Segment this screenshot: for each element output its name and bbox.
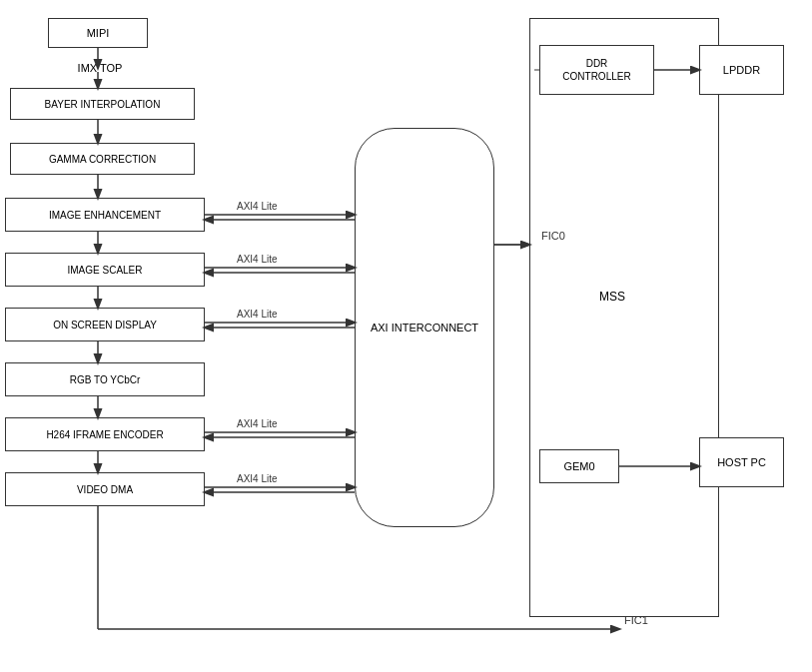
image-enhancement-block: IMAGE ENHANCEMENT xyxy=(5,198,205,232)
video-dma-block: VIDEO DMA xyxy=(5,472,205,506)
gem0-block: GEM0 xyxy=(539,449,619,483)
mipi-block: MIPI xyxy=(48,18,148,48)
diagram: MIPI IMX TOP BAYER INTERPOLATION GAMMA C… xyxy=(0,0,812,672)
image-scaler-block: IMAGE SCALER xyxy=(5,253,205,287)
imx-top-label: IMX TOP xyxy=(20,62,180,74)
axi4-label-4: AXI4 Lite xyxy=(237,418,278,429)
axi4-label-5: AXI4 Lite xyxy=(237,473,278,484)
on-screen-display-block: ON SCREEN DISPLAY xyxy=(5,308,205,341)
h264-block: H264 IFRAME ENCODER xyxy=(5,417,205,451)
lpddr-block: LPDDR xyxy=(699,45,784,95)
axi4-label-1: AXI4 Lite xyxy=(237,201,278,212)
axi-interconnect-block: AXI INTERCONNECT xyxy=(355,128,494,527)
host-pc-block: HOST PC xyxy=(699,437,784,487)
axi4-label-3: AXI4 Lite xyxy=(237,309,278,320)
mss-label: MSS xyxy=(599,290,625,304)
rgb-ycbcr-block: RGB TO YCbCr xyxy=(5,362,205,396)
mss-container xyxy=(529,18,719,617)
gamma-block: GAMMA CORRECTION xyxy=(10,143,195,175)
axi4-label-2: AXI4 Lite xyxy=(237,254,278,265)
ddr-controller-block: DDR CONTROLLER xyxy=(539,45,654,95)
bayer-block: BAYER INTERPOLATION xyxy=(10,88,195,120)
